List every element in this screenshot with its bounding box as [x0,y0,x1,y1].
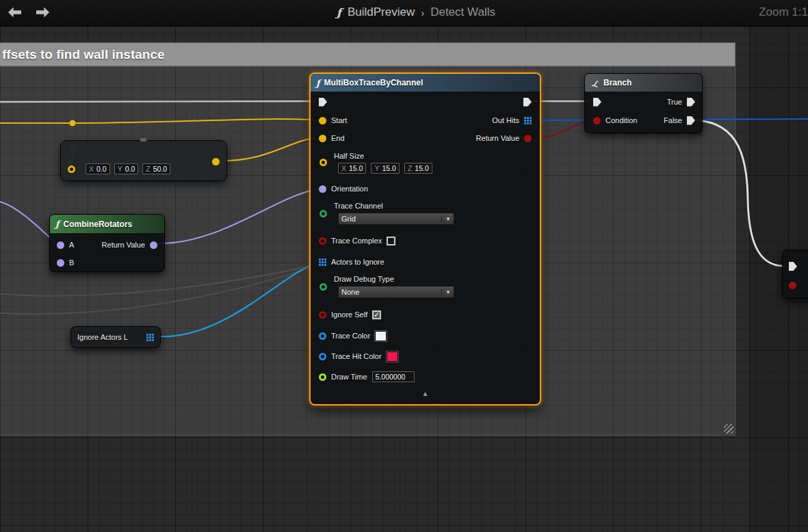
orientation-pin[interactable] [319,185,326,193]
actors-to-ignore-label: Actors to Ignore [331,258,385,266]
comment-title: ffsets to find wall instance [0,47,165,62]
return-value-pin[interactable] [524,135,532,142]
multibox-trace-node[interactable]: ƒ MultiBoxTraceByChannel Start Out Hits [309,72,541,405]
draw-debug-type-label: Draw Debug Type [334,275,394,283]
back-button[interactable] [8,7,21,18]
forward-button[interactable] [36,7,49,18]
partial-node[interactable] [782,250,808,299]
exec-in-pin[interactable] [593,98,601,107]
zoom-indicator: Zoom 1:1 [759,5,808,19]
draw-debug-type-dropdown[interactable]: None ▼ [338,286,454,298]
false-exec-pin[interactable] [687,116,695,125]
true-exec-pin[interactable] [687,98,695,107]
y-value: 15.0 [382,164,395,172]
branch-icon [590,79,599,88]
half-size-label: Half Size [334,152,364,160]
chevron-down-icon: ▼ [441,289,451,295]
z-label: Z [408,164,412,172]
return-value-label: Return Value [102,241,145,249]
z-label: Z [146,165,150,173]
comment-resize-handle[interactable] [724,424,733,434]
trace-channel-label: Trace Channel [334,202,383,210]
y-value: 0.0 [125,165,135,173]
trace-hit-color-label: Trace Hit Color [331,352,382,360]
function-icon: ƒ [316,78,320,88]
exec-in-pin[interactable] [319,98,327,107]
draw-time-label: Draw Time [331,373,367,381]
nav-arrows [8,7,49,18]
ignore-self-pin[interactable] [319,311,326,319]
a-label: A [69,241,74,249]
end-label: End [331,134,345,142]
vector-input-pin[interactable] [68,165,75,173]
array-output-pin[interactable] [146,334,154,341]
toolbar: ƒ BuildPreview › Detect Walls Zoom 1:1 [0,0,808,27]
node-notch [140,138,146,142]
multibox-header[interactable]: ƒ MultiBoxTraceByChannel [311,74,540,92]
combine-rotators-node[interactable]: ƒ CombineRotators A Return Value B [49,214,165,272]
return-value-pin[interactable] [150,241,157,249]
a-pin[interactable] [57,241,64,249]
trace-channel-value: Grid [341,215,356,223]
ignore-self-checkbox[interactable]: ✓ [372,310,381,319]
vector-y-field[interactable]: Y 0.0 [114,163,139,174]
vector-output-pin[interactable] [212,158,220,165]
half-size-x-field[interactable]: X 15.0 [338,163,366,174]
orientation-label: Orientation [331,185,368,193]
condition-pin[interactable] [593,117,601,124]
false-label: False [664,116,682,124]
trace-color-swatch[interactable] [375,331,387,341]
exec-in-pin[interactable] [789,262,797,271]
node-title: CombineRotators [64,220,133,229]
breadcrumb-root[interactable]: BuildPreview [348,5,415,19]
branch-node[interactable]: Branch True Condition False [584,73,703,133]
end-pin[interactable] [319,135,326,142]
function-icon: ƒ [55,219,60,229]
breadcrumb-separator-icon: › [421,7,424,18]
trace-hit-color-swatch[interactable] [387,351,398,362]
return-value-label: Return Value [476,134,519,142]
node-title: Branch [603,78,631,88]
combine-rotators-header[interactable]: ƒ CombineRotators [50,215,164,234]
trace-complex-checkbox[interactable] [387,237,395,245]
vector-x-field[interactable]: X 0.0 [86,163,110,174]
x-value: 15.0 [349,164,363,172]
y-label: Y [374,164,379,172]
vector-z-field[interactable]: Z 50.0 [142,163,170,174]
x-label: X [341,164,346,172]
half-size-z-field[interactable]: Z 15.0 [404,163,432,174]
chevron-down-icon: ▼ [441,216,451,222]
trace-color-label: Trace Color [331,332,370,340]
draw-time-field[interactable]: 5.000000 [372,371,415,382]
trace-hit-color-pin[interactable] [319,353,326,360]
draw-time-pin[interactable] [319,373,326,381]
b-pin[interactable] [57,259,64,267]
branch-header[interactable]: Branch [585,74,702,92]
exec-out-pin[interactable] [523,98,532,107]
y-label: Y [118,165,122,173]
vector-literal-node[interactable]: X 0.0 Y 0.0 Z 50.0 [60,140,227,181]
bool-pin[interactable] [789,282,796,289]
draw-time-value: 5.000000 [376,373,406,381]
half-size-y-field[interactable]: Y 15.0 [371,163,399,174]
ignore-self-label: Ignore Self [331,310,367,319]
blueprint-canvas[interactable]: ffsets to find wall instance X 0.0 [0,0,808,532]
trace-complex-pin[interactable] [319,237,326,245]
comment-header[interactable]: ffsets to find wall instance [0,42,735,66]
trace-channel-pin[interactable] [320,210,327,217]
trace-color-pin[interactable] [319,332,326,340]
true-label: True [667,98,682,106]
trace-channel-dropdown[interactable]: Grid ▼ [338,213,454,225]
trace-complex-label: Trace Complex [331,237,382,245]
start-pin[interactable] [319,117,326,124]
draw-debug-type-pin[interactable] [320,283,327,291]
x-label: X [89,165,94,173]
ignore-actors-label: Ignore Actors L [77,333,128,341]
node-title: MultiBoxTraceByChannel [324,78,423,88]
x-value: 0.0 [96,165,107,173]
actors-to-ignore-array-pin[interactable] [319,258,326,266]
half-size-pin[interactable] [320,159,327,166]
collapse-node-button[interactable]: ▲ [311,390,540,397]
ignore-actors-node[interactable]: Ignore Actors L [70,326,161,348]
out-hits-array-pin[interactable] [524,117,532,124]
